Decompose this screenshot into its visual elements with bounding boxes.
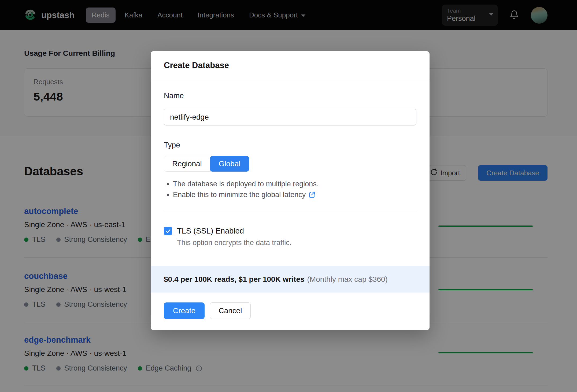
type-bullet: Enable this to minimize the global laten… bbox=[173, 189, 416, 200]
type-bullet: The database is deployed to multiple reg… bbox=[173, 179, 416, 189]
name-label: Name bbox=[164, 91, 416, 100]
pricing-note: (Monthly max cap $360) bbox=[307, 275, 388, 284]
type-segmented-control: Regional Global bbox=[164, 156, 249, 172]
modal-divider bbox=[164, 212, 416, 212]
tls-checkbox[interactable] bbox=[164, 227, 172, 235]
modal-title: Create Database bbox=[164, 61, 229, 70]
pricing-banner: $0.4 per 100K reads, $1 per 100K writes … bbox=[151, 266, 430, 293]
database-name-input[interactable] bbox=[164, 109, 416, 125]
cancel-button[interactable]: Cancel bbox=[210, 302, 251, 319]
pricing-bold: $0.4 per 100K reads, $1 per 100K writes bbox=[164, 275, 305, 284]
type-description-list: The database is deployed to multiple reg… bbox=[164, 179, 416, 200]
modal-header: Create Database bbox=[151, 51, 430, 80]
tls-label[interactable]: TLS (SSL) Enabled bbox=[177, 227, 244, 235]
external-link-icon[interactable] bbox=[308, 191, 315, 198]
modal-footer: Create Cancel bbox=[164, 302, 416, 319]
modal-body: Name Type Regional Global The database i… bbox=[151, 91, 430, 319]
tls-description: This option encrypts the data traffic. bbox=[177, 238, 416, 247]
create-database-modal: Create Database Name Type Regional Globa… bbox=[151, 51, 430, 330]
tls-row: TLS (SSL) Enabled bbox=[164, 227, 416, 235]
type-option-global[interactable]: Global bbox=[210, 156, 249, 172]
type-label: Type bbox=[164, 140, 416, 150]
type-option-regional[interactable]: Regional bbox=[164, 156, 210, 171]
create-button[interactable]: Create bbox=[164, 302, 205, 319]
